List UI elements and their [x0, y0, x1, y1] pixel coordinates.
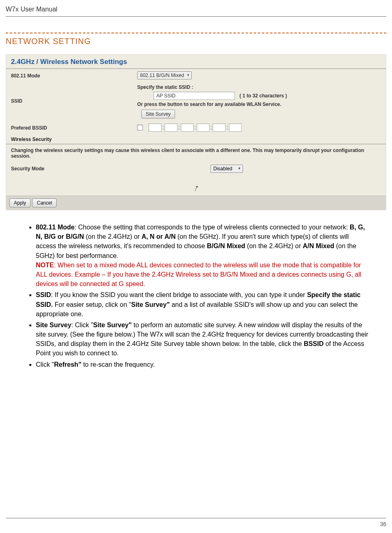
content: NETWORK SETTING 2.4GHz / Wireless Networ…: [6, 33, 386, 371]
mac-octet-3[interactable]: [181, 123, 194, 132]
cursor-area: ⭧: [6, 177, 386, 196]
ssid-or-text: Or press the button to search for any av…: [137, 101, 381, 107]
control-80211-mode: 802.11 B/G/N Mixed: [137, 71, 381, 79]
bssid-checkbox[interactable]: [137, 125, 143, 130]
cursor-icon: ⭧: [192, 184, 200, 193]
ssid-input-row: AP SSID ( 1 to 32 characters ): [153, 92, 381, 100]
manual-title: W7x User Manual: [6, 6, 57, 13]
router-settings-screenshot: 2.4GHz / Wireless Network Settings 802.1…: [6, 54, 386, 210]
control-security-mode: Disabled: [210, 165, 243, 173]
cancel-button[interactable]: Cancel: [32, 198, 56, 207]
site-survey-button[interactable]: Site Survey: [141, 110, 175, 119]
label-bssid: Prefered BSSID: [11, 123, 137, 131]
dropdown-80211-mode[interactable]: 802.11 B/G/N Mixed: [137, 71, 192, 79]
label-80211-mode: 802.11 Mode: [11, 71, 137, 79]
bullet-80211-mode: 802.11 Mode: Choose the setting that cor…: [36, 222, 368, 289]
mac-octet-4[interactable]: [197, 123, 210, 132]
page-footer: 36: [6, 518, 386, 527]
control-bssid: : : : : :: [137, 123, 381, 132]
control-ssid: Specify the static SSID : AP SSID ( 1 to…: [137, 84, 381, 119]
row-80211-mode: 802.11 Mode 802.11 B/G/N Mixed: [6, 69, 386, 82]
label-security-mode: Security Mode: [11, 166, 210, 172]
label-ssid: SSID: [11, 84, 137, 104]
bullet-site-survey: Site Survey: Click "Site Survey" to perf…: [36, 320, 368, 358]
row-ssid: SSID Specify the static SSID : AP SSID (…: [6, 82, 386, 121]
ssid-specify-label: Specify the static SSID :: [137, 84, 381, 90]
ssid-hint: ( 1 to 32 characters ): [239, 93, 287, 99]
bullet-refresh: Click "Refresh" to re-scan the frequency…: [36, 360, 368, 369]
router-body: 802.11 Mode 802.11 B/G/N Mixed SSID Spec…: [6, 69, 386, 210]
mac-octet-5[interactable]: [212, 123, 226, 132]
row-bssid: Prefered BSSID : : : : :: [6, 121, 386, 134]
row-security-mode: Security Mode Disabled: [6, 162, 386, 177]
input-ssid[interactable]: AP SSID: [153, 92, 235, 100]
section-heading: NETWORK SETTING: [6, 33, 386, 49]
bullet-list: 802.11 Mode: Choose the setting that cor…: [6, 222, 386, 369]
router-title: 2.4GHz / Wireless Network Settings: [6, 55, 386, 69]
security-warning: Changing the wireless security settings …: [6, 144, 386, 162]
mac-octet-1[interactable]: [149, 123, 162, 132]
mac-octet-6[interactable]: [229, 123, 242, 132]
bullet-ssid: SSID: If you know the SSID you want the …: [36, 290, 368, 319]
page-number: 36: [380, 521, 386, 527]
mac-octet-2[interactable]: [164, 123, 177, 132]
wireless-security-heading: Wireless Security: [6, 134, 386, 144]
button-bar: Apply Cancel: [6, 196, 386, 210]
dropdown-security-mode[interactable]: Disabled: [210, 165, 243, 173]
apply-button[interactable]: Apply: [9, 198, 31, 207]
page-header: W7x User Manual: [6, 6, 386, 17]
